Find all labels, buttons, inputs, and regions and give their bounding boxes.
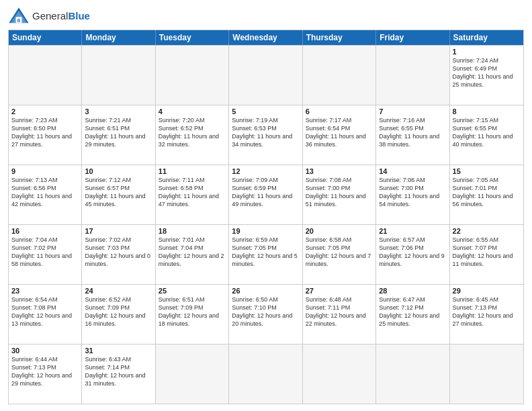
calendar-row-2: 9Sunrise: 7:13 AM Sunset: 6:56 PM Daylig… — [9, 165, 523, 224]
day-number: 25 — [159, 287, 226, 295]
day-info: Sunrise: 7:16 AM Sunset: 6:55 PM Dayligh… — [379, 116, 446, 149]
day-number: 27 — [306, 287, 373, 295]
calendar-cell — [303, 345, 376, 404]
day-info: Sunrise: 7:04 AM Sunset: 7:02 PM Dayligh… — [11, 236, 79, 269]
calendar-cell — [229, 46, 302, 105]
weekday-header-wednesday: Wednesday — [229, 30, 302, 45]
day-number: 19 — [232, 227, 299, 235]
calendar-cell: 8Sunrise: 7:15 AM Sunset: 6:55 PM Daylig… — [450, 105, 523, 165]
day-number: 7 — [379, 107, 446, 116]
calendar-row-0: 1Sunrise: 7:24 AM Sunset: 6:49 PM Daylig… — [9, 45, 523, 105]
calendar-body: 1Sunrise: 7:24 AM Sunset: 6:49 PM Daylig… — [9, 45, 523, 404]
day-number: 13 — [306, 167, 373, 175]
calendar-cell: 6Sunrise: 7:17 AM Sunset: 6:54 PM Daylig… — [303, 105, 376, 165]
day-info: Sunrise: 7:20 AM Sunset: 6:52 PM Dayligh… — [159, 116, 226, 149]
calendar-row-3: 16Sunrise: 7:04 AM Sunset: 7:02 PM Dayli… — [9, 224, 523, 284]
logo-text: GeneralBlue — [32, 11, 90, 22]
calendar-row-4: 23Sunrise: 6:54 AM Sunset: 7:08 PM Dayli… — [9, 284, 523, 344]
calendar-cell: 24Sunrise: 6:52 AM Sunset: 7:09 PM Dayli… — [82, 285, 155, 344]
weekday-header-tuesday: Tuesday — [156, 30, 229, 45]
day-info: Sunrise: 6:44 AM Sunset: 7:13 PM Dayligh… — [11, 355, 79, 388]
day-info: Sunrise: 7:17 AM Sunset: 6:54 PM Dayligh… — [306, 116, 373, 149]
day-number: 20 — [306, 227, 373, 235]
calendar-cell — [156, 46, 229, 105]
calendar-cell: 27Sunrise: 6:48 AM Sunset: 7:11 PM Dayli… — [303, 285, 376, 344]
day-number: 15 — [453, 167, 521, 175]
calendar-cell: 23Sunrise: 6:54 AM Sunset: 7:08 PM Dayli… — [9, 285, 82, 344]
day-number: 17 — [85, 227, 152, 235]
day-number: 21 — [379, 227, 446, 235]
svg-text:B: B — [17, 18, 21, 23]
logo-icon: B — [8, 7, 30, 26]
day-info: Sunrise: 7:02 AM Sunset: 7:03 PM Dayligh… — [85, 236, 152, 269]
day-number: 3 — [85, 107, 152, 116]
calendar-cell — [156, 345, 229, 404]
day-number: 8 — [453, 107, 521, 116]
day-number: 4 — [159, 107, 226, 116]
calendar-cell — [450, 345, 523, 404]
day-number: 2 — [11, 107, 79, 116]
day-info: Sunrise: 6:45 AM Sunset: 7:13 PM Dayligh… — [453, 295, 521, 328]
day-number: 10 — [85, 167, 152, 175]
day-info: Sunrise: 7:06 AM Sunset: 7:00 PM Dayligh… — [379, 176, 446, 209]
calendar-cell: 9Sunrise: 7:13 AM Sunset: 6:56 PM Daylig… — [9, 165, 82, 224]
weekday-header-sunday: Sunday — [9, 30, 82, 45]
calendar-cell — [376, 46, 449, 105]
calendar-cell: 7Sunrise: 7:16 AM Sunset: 6:55 PM Daylig… — [376, 105, 449, 165]
calendar-cell — [376, 345, 449, 404]
calendar-cell: 10Sunrise: 7:12 AM Sunset: 6:57 PM Dayli… — [82, 165, 155, 224]
calendar-cell: 17Sunrise: 7:02 AM Sunset: 7:03 PM Dayli… — [82, 225, 155, 284]
day-info: Sunrise: 6:59 AM Sunset: 7:05 PM Dayligh… — [232, 236, 299, 269]
day-info: Sunrise: 6:47 AM Sunset: 7:12 PM Dayligh… — [379, 295, 446, 328]
day-info: Sunrise: 7:21 AM Sunset: 6:51 PM Dayligh… — [85, 116, 152, 149]
day-number: 23 — [11, 287, 79, 295]
calendar-cell: 5Sunrise: 7:19 AM Sunset: 6:53 PM Daylig… — [229, 105, 302, 165]
day-number: 6 — [306, 107, 373, 116]
calendar-cell: 28Sunrise: 6:47 AM Sunset: 7:12 PM Dayli… — [376, 285, 449, 344]
day-info: Sunrise: 6:57 AM Sunset: 7:06 PM Dayligh… — [379, 236, 446, 269]
day-info: Sunrise: 6:55 AM Sunset: 7:07 PM Dayligh… — [453, 236, 521, 269]
day-info: Sunrise: 6:58 AM Sunset: 7:05 PM Dayligh… — [306, 236, 373, 269]
calendar-cell: 12Sunrise: 7:09 AM Sunset: 6:59 PM Dayli… — [229, 165, 302, 224]
day-number: 9 — [11, 167, 79, 175]
day-info: Sunrise: 7:08 AM Sunset: 7:00 PM Dayligh… — [306, 176, 373, 209]
weekday-header-thursday: Thursday — [303, 30, 376, 45]
calendar-cell: 14Sunrise: 7:06 AM Sunset: 7:00 PM Dayli… — [376, 165, 449, 224]
calendar: SundayMondayTuesdayWednesdayThursdayFrid… — [8, 30, 524, 404]
calendar-cell: 31Sunrise: 6:43 AM Sunset: 7:14 PM Dayli… — [82, 345, 155, 404]
calendar-cell: 11Sunrise: 7:11 AM Sunset: 6:58 PM Dayli… — [156, 165, 229, 224]
calendar-cell: 1Sunrise: 7:24 AM Sunset: 6:49 PM Daylig… — [450, 46, 523, 105]
calendar-cell: 30Sunrise: 6:44 AM Sunset: 7:13 PM Dayli… — [9, 345, 82, 404]
day-number: 14 — [379, 167, 446, 175]
day-info: Sunrise: 7:13 AM Sunset: 6:56 PM Dayligh… — [11, 176, 79, 209]
calendar-cell: 26Sunrise: 6:50 AM Sunset: 7:10 PM Dayli… — [229, 285, 302, 344]
calendar-cell — [229, 345, 302, 404]
day-number: 1 — [453, 48, 521, 56]
calendar-row-1: 2Sunrise: 7:23 AM Sunset: 6:50 PM Daylig… — [9, 105, 523, 165]
day-number: 5 — [232, 107, 299, 116]
logo: B GeneralBlue — [8, 7, 90, 26]
calendar-cell: 19Sunrise: 6:59 AM Sunset: 7:05 PM Dayli… — [229, 225, 302, 284]
day-info: Sunrise: 7:01 AM Sunset: 7:04 PM Dayligh… — [159, 236, 226, 269]
calendar-cell: 2Sunrise: 7:23 AM Sunset: 6:50 PM Daylig… — [9, 105, 82, 165]
day-number: 28 — [379, 287, 446, 295]
day-number: 24 — [85, 287, 152, 295]
calendar-cell: 29Sunrise: 6:45 AM Sunset: 7:13 PM Dayli… — [450, 285, 523, 344]
calendar-cell: 22Sunrise: 6:55 AM Sunset: 7:07 PM Dayli… — [450, 225, 523, 284]
calendar-cell: 20Sunrise: 6:58 AM Sunset: 7:05 PM Dayli… — [303, 225, 376, 284]
day-info: Sunrise: 6:52 AM Sunset: 7:09 PM Dayligh… — [85, 295, 152, 328]
day-info: Sunrise: 7:24 AM Sunset: 6:49 PM Dayligh… — [453, 56, 521, 89]
day-info: Sunrise: 6:51 AM Sunset: 7:09 PM Dayligh… — [159, 295, 226, 328]
day-info: Sunrise: 6:54 AM Sunset: 7:08 PM Dayligh… — [11, 295, 79, 328]
day-info: Sunrise: 7:15 AM Sunset: 6:55 PM Dayligh… — [453, 116, 521, 149]
calendar-cell: 3Sunrise: 7:21 AM Sunset: 6:51 PM Daylig… — [82, 105, 155, 165]
day-number: 29 — [453, 287, 521, 295]
day-info: Sunrise: 7:19 AM Sunset: 6:53 PM Dayligh… — [232, 116, 299, 149]
day-number: 16 — [11, 227, 79, 235]
calendar-header: SundayMondayTuesdayWednesdayThursdayFrid… — [9, 30, 523, 45]
day-info: Sunrise: 7:05 AM Sunset: 7:01 PM Dayligh… — [453, 176, 521, 209]
day-number: 22 — [453, 227, 521, 235]
weekday-header-monday: Monday — [82, 30, 155, 45]
page-header: B GeneralBlue — [8, 7, 524, 26]
day-info: Sunrise: 6:48 AM Sunset: 7:11 PM Dayligh… — [306, 295, 373, 328]
